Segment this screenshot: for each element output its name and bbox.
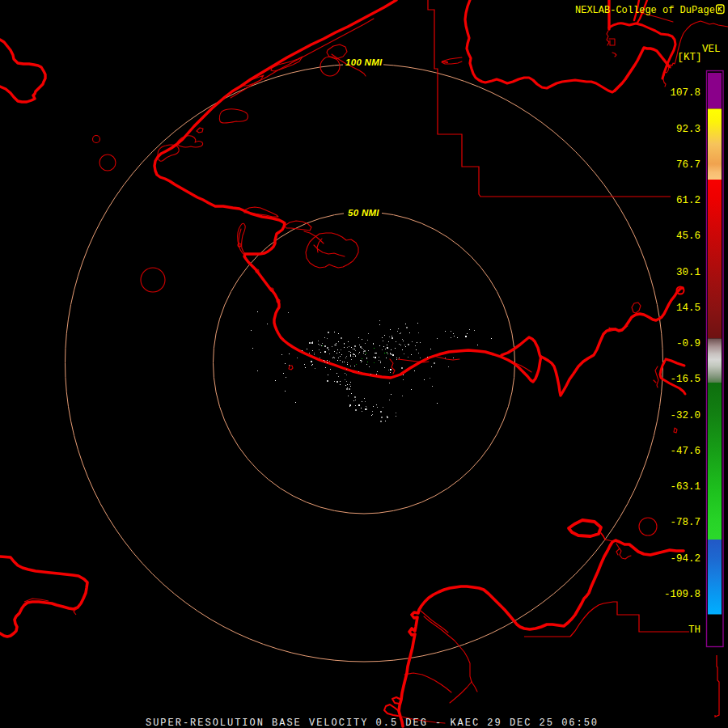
svg-text:61.2: 61.2 [676, 195, 700, 206]
svg-text:-47.6: -47.6 [670, 446, 700, 457]
svg-text:VEL: VEL [702, 44, 721, 55]
svg-text:SUPER-RESOLUTION BASE VELOCITY: SUPER-RESOLUTION BASE VELOCITY 0.5 DEG -… [146, 717, 599, 728]
svg-text:14.5: 14.5 [676, 303, 700, 314]
svg-text:100 NMI: 100 NMI [345, 57, 383, 67]
svg-text:107.8: 107.8 [670, 87, 700, 99]
svg-text:-78.7: -78.7 [670, 517, 700, 528]
svg-text:45.6: 45.6 [676, 231, 700, 242]
svg-text:30.1: 30.1 [676, 267, 700, 278]
svg-text:50 NMI: 50 NMI [348, 208, 379, 218]
svg-text:92.3: 92.3 [676, 124, 700, 135]
svg-text:-63.1: -63.1 [670, 481, 700, 493]
svg-text:-94.2: -94.2 [670, 553, 700, 565]
svg-text:TH: TH [688, 624, 700, 636]
svg-text:76.7: 76.7 [676, 159, 700, 171]
svg-text:-32.0: -32.0 [670, 410, 700, 421]
svg-text:-16.5: -16.5 [670, 374, 700, 385]
svg-text:-109.8: -109.8 [664, 589, 700, 600]
svg-text:NEXLAB-College of DuPage: NEXLAB-College of DuPage [575, 5, 715, 16]
svg-text:[KT]: [KT] [678, 52, 702, 63]
svg-text:-0.9: -0.9 [676, 338, 700, 349]
